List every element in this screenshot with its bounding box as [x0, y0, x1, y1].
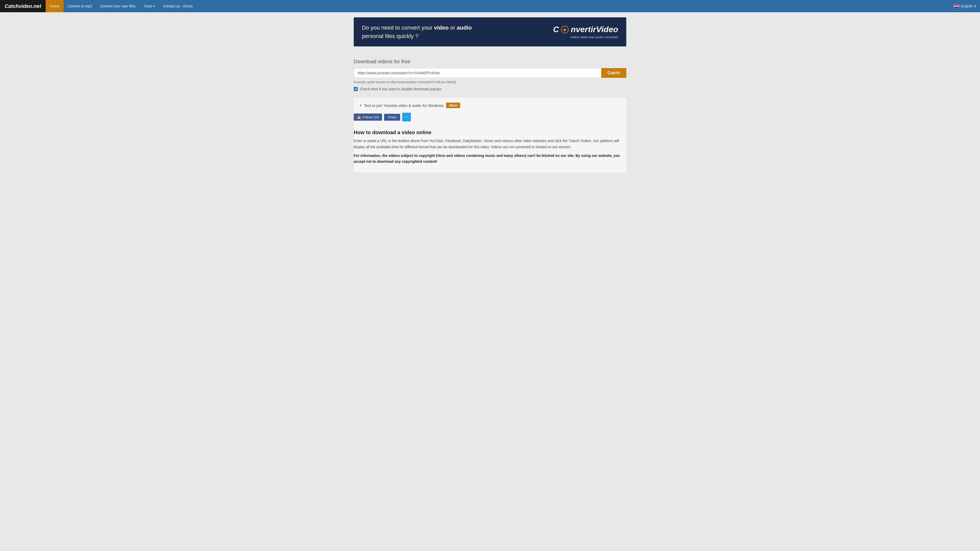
nav-convert-mp3[interactable]: Convert to mp3 [64, 0, 96, 12]
logo-c: C [553, 25, 559, 34]
banner-bold-audio: audio [457, 24, 472, 31]
catch-button[interactable]: Catch! [601, 68, 626, 78]
facebook-share-button[interactable]: Share [384, 114, 400, 121]
banner-bold-video: video [434, 24, 449, 31]
search-row: Catch! [354, 68, 626, 78]
howto-warning: For information, the videos subject to c… [354, 153, 626, 165]
site-logo[interactable]: Catchvideo.net [0, 0, 46, 12]
disable-popups-row: Check here if you want to disable downlo… [354, 87, 626, 91]
promo-banner: Do you need to convert your video or aud… [354, 17, 626, 46]
language-selector[interactable]: English ▾ [950, 4, 980, 8]
navbar: Catchvideo.net Home Convert to mp3 Conve… [0, 0, 980, 12]
facebook-follow-label: Follow 31K [363, 115, 379, 119]
logo-rest: nvertirVideo [571, 25, 618, 34]
thumbs-up-icon: 👍 [357, 115, 361, 119]
here-button[interactable]: Here [446, 103, 460, 108]
social-row: 👍 Follow 31K Share 🐦 [354, 113, 626, 121]
howto-section: How to download a video online Enter or … [354, 127, 626, 170]
nav-home[interactable]: Home [46, 0, 63, 12]
section-title: Download videos for free [354, 59, 626, 65]
nav-links: Home Convert to mp3 Convert your own fil… [46, 0, 950, 12]
search-section: Download videos for free Catch! Example:… [354, 54, 626, 97]
banner-logo-area: C ▶ nvertirVideo online video and audio … [553, 25, 618, 39]
flag-icon [954, 4, 959, 8]
disable-popups-checkbox[interactable] [354, 87, 358, 91]
convertirvideo-logo: C ▶ nvertirVideo [553, 25, 618, 34]
example-text: Example: guitar lessons or http://www.yo… [354, 80, 626, 84]
main-content: Do you need to convert your video or aud… [350, 12, 630, 178]
howto-title: How to download a video online [354, 130, 626, 135]
banner-text-or: or [449, 24, 457, 31]
twitter-button[interactable]: 🐦 [402, 113, 411, 121]
banner-text-suffix: personal files quickly ? [362, 33, 418, 39]
tool-join-text: Tool to join Youtube video & audio for W… [364, 103, 444, 108]
nav-contact[interactable]: Contact us - Dmca [159, 0, 197, 12]
nav-tools[interactable]: Tools ▾ [140, 0, 159, 12]
chevron-down-icon: ▾ [974, 4, 976, 8]
play-icon: ▶ [561, 26, 569, 33]
banner-text: Do you need to convert your video or aud… [362, 24, 472, 40]
language-label: English [961, 4, 973, 8]
banner-subtitle: online video and audio converter [570, 35, 618, 39]
banner-text-prefix: Do you need to convert your [362, 24, 434, 31]
twitter-icon-symbol: 🐦 [404, 114, 409, 120]
disable-popups-label[interactable]: Check here if you want to disable downlo… [360, 87, 442, 91]
howto-paragraph1: Enter or paste a URL in the textbox abov… [354, 138, 626, 150]
facebook-follow-button[interactable]: 👍 Follow 31K [354, 114, 382, 121]
bullet-dot: • [360, 103, 361, 108]
tools-section: • Tool to join Youtube video & audio for… [354, 97, 626, 172]
tool-join-item: • Tool to join Youtube video & audio for… [360, 103, 626, 108]
nav-convert-own-files[interactable]: Convert your own files [96, 0, 140, 12]
url-input[interactable] [354, 68, 601, 78]
